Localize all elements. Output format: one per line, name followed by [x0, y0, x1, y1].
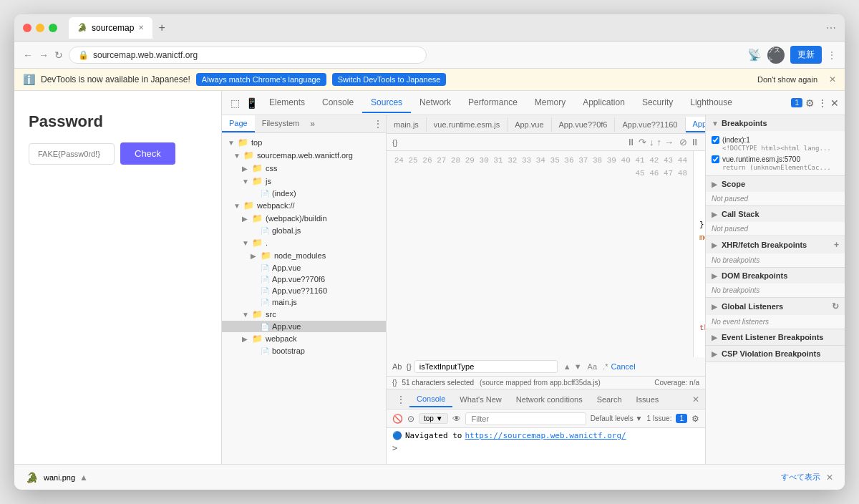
- preserve-log-btn[interactable]: ⊙: [407, 414, 414, 424]
- step-out-btn[interactable]: ↑: [657, 137, 662, 147]
- tree-item-domain[interactable]: ▼ 📁 sourcemap.web.wanictf.org: [222, 149, 386, 162]
- global-header[interactable]: ▶ Global Listeners ↻: [706, 298, 845, 315]
- switch-language-btn[interactable]: Switch DevTools to Japanese: [332, 73, 447, 86]
- devtools-inspect-btn[interactable]: ⬚: [228, 94, 243, 112]
- devtools-more-btn[interactable]: ⋮: [817, 97, 828, 109]
- match-language-btn[interactable]: Always match Chrome's language: [196, 73, 326, 86]
- breakpoint-checkbox-1[interactable]: [712, 136, 719, 144]
- search-input[interactable]: [414, 360, 558, 373]
- scope-header[interactable]: ▶ Scope: [706, 176, 845, 192]
- close-window-btn[interactable]: [23, 24, 31, 32]
- tab-performance[interactable]: Performance: [460, 93, 526, 113]
- tree-item-src[interactable]: ▼ 📁 src: [222, 308, 386, 321]
- minimize-window-btn[interactable]: [36, 24, 44, 32]
- console-filter-input[interactable]: [465, 412, 586, 425]
- step-btn[interactable]: →: [664, 137, 674, 147]
- tree-item-webpack[interactable]: ▼ 📁 webpack://: [222, 199, 386, 212]
- download-bar-close-btn[interactable]: ✕: [826, 472, 833, 483]
- maximize-window-btn[interactable]: [49, 24, 57, 32]
- pretty-print-btn[interactable]: {}: [392, 138, 397, 147]
- infobar-close-btn[interactable]: ✕: [829, 74, 836, 84]
- cast-btn[interactable]: 📡: [747, 48, 762, 62]
- account-btn[interactable]: ゲスト: [767, 47, 785, 64]
- console-tab-whats-new[interactable]: What's New: [452, 392, 508, 407]
- show-all-btn[interactable]: すべて表示: [781, 472, 820, 483]
- window-more-btn[interactable]: ⋯: [826, 22, 836, 34]
- step-over-btn[interactable]: ↷: [639, 137, 646, 147]
- file-tab-vue-runtime[interactable]: vue.runtime.esm.js: [427, 117, 508, 132]
- tab-application[interactable]: Application: [574, 93, 634, 113]
- tab-close-btn[interactable]: ✕: [138, 24, 144, 32]
- file-tab-app-vue-1160[interactable]: App.vue??1160: [615, 117, 685, 132]
- address-field[interactable]: 🔒 sourcemap.web.wanictf.org: [69, 47, 427, 64]
- deactivate-breakpoints-btn[interactable]: ⊘: [679, 137, 687, 147]
- sources-more-btn[interactable]: »: [306, 115, 319, 132]
- call-stack-header[interactable]: ▶ Call Stack: [706, 206, 845, 222]
- pause-btn[interactable]: ⏸: [626, 137, 636, 147]
- tree-item-js[interactable]: ▼ 📁 js: [222, 175, 386, 188]
- file-tab-app-vue-70f6[interactable]: App.vue??0f6: [552, 117, 616, 132]
- tree-item-global-js[interactable]: 📄 global.js: [222, 225, 386, 236]
- show-dom-btn[interactable]: 👁: [452, 414, 461, 424]
- tab-elements[interactable]: Elements: [261, 93, 314, 113]
- clear-console-btn[interactable]: 🚫: [392, 414, 403, 424]
- breakpoints-header[interactable]: ▼ Breakpoints: [706, 115, 845, 131]
- tree-item-app-vue-active[interactable]: 📄 App.vue: [222, 321, 386, 332]
- reload-btn[interactable]: ↻: [54, 49, 63, 61]
- console-tab-network[interactable]: Network conditions: [509, 392, 590, 407]
- new-tab-btn[interactable]: +: [155, 19, 168, 37]
- console-close-btn[interactable]: ✕: [692, 394, 699, 404]
- update-btn[interactable]: 更新: [790, 46, 822, 64]
- tab-lighthouse[interactable]: Lighthouse: [681, 93, 741, 113]
- tree-item-app-vue[interactable]: 📄 App.vue: [222, 262, 386, 273]
- download-chevron-up[interactable]: ▲: [79, 472, 88, 483]
- code-editor[interactable]: return { password: "", correct: false, i…: [694, 151, 705, 357]
- refresh-global-btn[interactable]: ↻: [832, 301, 839, 311]
- devtools-settings-btn[interactable]: ⚙: [805, 97, 815, 109]
- back-btn[interactable]: ←: [23, 49, 33, 61]
- tree-item-dot[interactable]: ▼ 📁 .: [222, 236, 386, 249]
- tree-item-css[interactable]: ▶ 📁 css: [222, 162, 386, 175]
- tree-item-index[interactable]: 📄 (index): [222, 188, 386, 199]
- breakpoint-checkbox-2[interactable]: [712, 155, 719, 163]
- console-tab-console[interactable]: Console: [409, 392, 452, 407]
- pause-exceptions-btn[interactable]: ⏸: [690, 137, 699, 147]
- xhr-header[interactable]: ▶ XHR/fetch Breakpoints +: [706, 236, 845, 253]
- sources-filesystem-tab[interactable]: Filesystem: [255, 115, 307, 132]
- step-into-btn[interactable]: ↓: [649, 137, 654, 147]
- tree-item-top[interactable]: ▼ 📁 top: [222, 136, 386, 149]
- chrome-menu-btn[interactable]: ⋮: [828, 50, 836, 60]
- tab-sources[interactable]: Sources: [362, 93, 411, 113]
- forward-btn[interactable]: →: [39, 49, 49, 61]
- add-xhr-btn[interactable]: +: [834, 240, 839, 250]
- check-btn[interactable]: Check: [120, 142, 175, 165]
- sources-menu-btn[interactable]: ⋮: [370, 115, 386, 132]
- dont-show-btn[interactable]: Don't show again: [757, 75, 817, 84]
- search-nav-up[interactable]: ▲: [563, 362, 571, 371]
- console-menu-btn[interactable]: ⋮: [392, 394, 409, 404]
- search-cancel-btn[interactable]: Cancel: [611, 362, 635, 371]
- browser-tab[interactable]: 🐊 sourcemap ✕: [69, 17, 152, 39]
- tree-item-node-modules[interactable]: ▶ 📁 node_modules: [222, 249, 386, 262]
- tree-item-main-js[interactable]: 📄 main.js: [222, 296, 386, 308]
- tab-security[interactable]: Security: [634, 93, 681, 113]
- dom-header[interactable]: ▶ DOM Breakpoints: [706, 268, 845, 284]
- csp-header[interactable]: ▶ CSP Violation Breakpoints: [706, 346, 845, 362]
- tree-item-app-vue-70f6[interactable]: 📄 App.vue??70f6: [222, 273, 386, 285]
- regex-btn[interactable]: .*: [603, 362, 608, 371]
- devtools-close-btn[interactable]: ✕: [830, 97, 839, 109]
- file-tab-app-vue-active[interactable]: App.vue ✕: [686, 117, 706, 132]
- console-prompt[interactable]: >: [392, 443, 699, 453]
- console-settings-btn[interactable]: ⚙: [691, 414, 699, 424]
- tree-item-bootstrap[interactable]: 📄 bootstrap: [222, 345, 386, 357]
- console-tab-search[interactable]: Search: [590, 392, 629, 407]
- tree-item-webpack2[interactable]: ▶ 📁 webpack: [222, 332, 386, 345]
- search-nav-down[interactable]: ▼: [574, 362, 582, 371]
- tab-network[interactable]: Network: [411, 93, 460, 113]
- default-levels-btn[interactable]: Default levels ▼: [591, 415, 643, 422]
- file-tab-app-vue[interactable]: App.vue: [508, 117, 551, 132]
- sources-page-tab[interactable]: Page: [222, 115, 255, 132]
- console-tab-issues[interactable]: Issues: [629, 392, 666, 407]
- match-case-btn[interactable]: Aa: [588, 362, 597, 371]
- event-header[interactable]: ▶ Event Listener Breakpoints: [706, 329, 845, 345]
